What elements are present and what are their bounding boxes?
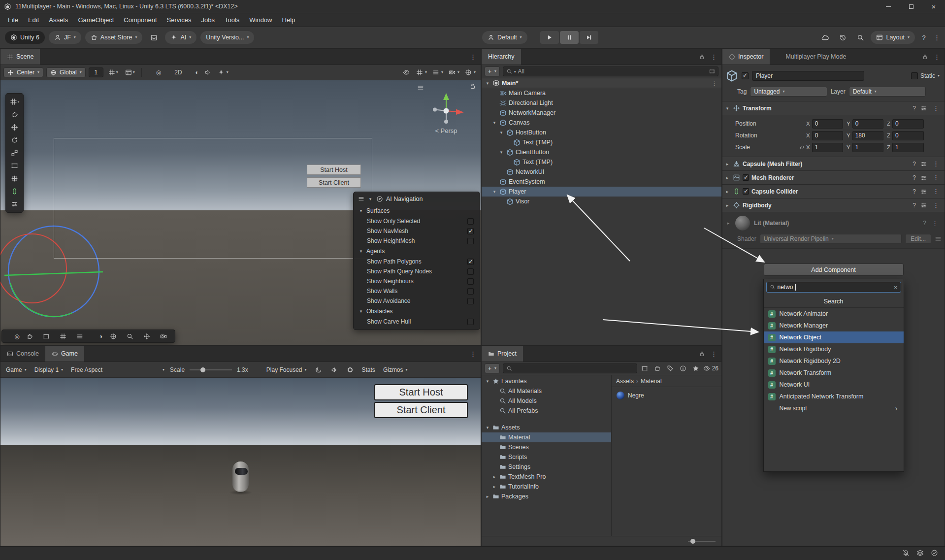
collab-layers-icon[interactable] — [916, 549, 924, 558]
material-preview-sphere[interactable] — [735, 216, 750, 231]
transform-component-header[interactable]: ▾ Transform ? ⋮ — [722, 101, 945, 115]
menu-item[interactable]: Assets — [44, 16, 73, 24]
checkbox[interactable] — [467, 319, 474, 325]
increment-snap-dropdown[interactable]: ▾ — [123, 67, 137, 78]
clear-search-icon[interactable]: × — [894, 284, 898, 291]
component-search-result[interactable]: Network Object — [764, 331, 904, 343]
ai-toggle-row[interactable]: Show Path Query Nodes — [354, 266, 480, 276]
help-icon[interactable]: ? — [912, 202, 916, 209]
favorites-filter-icon[interactable] — [691, 364, 700, 373]
transform-value-field[interactable]: 1 — [852, 143, 883, 152]
Multiplayer Play Mode[interactable]: Multiplayer Play Mode — [770, 49, 852, 65]
collapse-icon[interactable]: ▾ — [367, 197, 373, 201]
visibility-toggle[interactable]: 26 — [703, 365, 718, 372]
shading-icon[interactable]: ◑ — [89, 331, 104, 342]
step-button[interactable] — [580, 31, 598, 44]
help-icon[interactable]: ? — [912, 161, 916, 167]
perspective-label[interactable]: < Persp — [424, 127, 469, 134]
hierarchy-item[interactable]: ▾ Main* ⋮ — [482, 78, 721, 88]
ai-toggle-row[interactable]: Show Carve Hull — [354, 317, 480, 327]
zoom-icon[interactable] — [123, 331, 138, 342]
start-client-button-scene[interactable]: Start Client — [307, 177, 361, 188]
tools-dropdown-icon[interactable]: ▾ — [8, 96, 21, 107]
material-menu-icon[interactable]: ⋮ — [931, 220, 939, 227]
list-view-icon[interactable] — [72, 331, 88, 342]
lighting-icon[interactable]: ◐ ▾ — [186, 67, 201, 78]
display-dropdown[interactable]: Display 1▾ — [32, 366, 65, 373]
view-hand-tool-icon[interactable]: ▾ — [8, 109, 21, 120]
orientation-gizmo[interactable]: < Persp — [424, 92, 469, 134]
component-search-result[interactable]: Network Rigidbody — [764, 343, 904, 355]
start-host-button-scene[interactable]: Start Host — [307, 165, 361, 175]
foldout-icon[interactable]: ▸ — [724, 175, 730, 180]
scale-slider[interactable] — [190, 369, 232, 370]
camera-preview-icon[interactable]: ▾ — [447, 67, 461, 78]
help-button[interactable]: ? — [918, 34, 930, 41]
new-script-item[interactable]: New script › — [764, 402, 904, 414]
menu-item[interactable]: File — [3, 16, 23, 24]
slider-knob[interactable] — [690, 539, 695, 544]
tool-handle-position-dropdown[interactable]: Center▾ — [3, 67, 43, 77]
shader-menu-icon[interactable] — [935, 235, 942, 242]
lock-icon[interactable] — [922, 54, 928, 60]
favorites-item[interactable]: All Models — [482, 396, 611, 406]
hierarchy-item[interactable]: Directional Light ⋮ — [482, 98, 721, 108]
Capsule (Mesh Filter)[interactable]: ▸ Capsule (Mesh Filter) ? ⋮ — [722, 157, 945, 171]
cloud-button[interactable] — [817, 31, 832, 44]
folder-item[interactable]: Material — [482, 432, 611, 442]
version-control-dropdown[interactable]: Unity Versio...▾ — [200, 31, 254, 44]
game-panel-menu-icon[interactable]: ⋮ — [469, 350, 477, 358]
scene-viewport[interactable]: Start Host Start Client ▾ ▾ ▾ — [0, 80, 481, 345]
foldout-icon[interactable]: ▾ — [498, 150, 504, 155]
folder-item[interactable]: ▸ TutorialInfo — [482, 482, 611, 492]
game-viewport[interactable]: Start Host Start Client — [0, 378, 481, 546]
menu-item[interactable]: Tools — [220, 16, 244, 24]
search-filter-icon[interactable] — [709, 68, 715, 74]
orbit-icon[interactable]: ◎ — [5, 331, 21, 342]
checkbox[interactable] — [467, 259, 474, 265]
layer-dropdown[interactable]: Default▾ — [849, 87, 926, 97]
Capsule Collider[interactable]: ▸ Capsule Collider ? ⋮ — [722, 185, 945, 198]
project-menu-icon[interactable]: ⋮ — [710, 350, 718, 358]
hierarchy-search-input[interactable]: ▾ All — [503, 66, 718, 76]
component-search-result[interactable]: Network Manager — [764, 320, 904, 331]
menu-item[interactable]: Jobs — [196, 16, 219, 24]
component-menu-icon[interactable]: ⋮ — [932, 104, 940, 112]
ai-toggle-row[interactable]: Show Walls — [354, 286, 480, 296]
Inspector[interactable]: Inspector — [722, 49, 770, 65]
folder-item[interactable]: Scenes — [482, 442, 611, 452]
checkbox[interactable] — [467, 238, 474, 244]
Rigidbody[interactable]: ▸ Rigidbody ? ⋮ — [722, 198, 945, 212]
ai-toggle-row[interactable]: Show Only Selected — [354, 216, 480, 226]
game-view-dropdown[interactable]: Game▾ — [3, 366, 29, 373]
foldout-icon[interactable]: ▾ — [724, 106, 730, 111]
transform-value-field[interactable]: 0 — [812, 131, 843, 140]
ai-toggle-row[interactable]: Show Avoidance — [354, 296, 480, 306]
transform-value-field[interactable]: 1 — [892, 143, 924, 152]
foldout-icon[interactable]: ▾ — [485, 81, 490, 86]
menu-item[interactable]: Window — [244, 16, 277, 24]
hidden-count-icon[interactable] — [679, 364, 687, 373]
tab-scene[interactable]: Scene — [0, 49, 40, 65]
tool-handle-rotation-dropdown[interactable]: Global▾ — [46, 67, 86, 77]
minimize-button[interactable] — [877, 0, 900, 13]
component-search-result[interactable]: Anticipated Network Transform — [764, 391, 904, 402]
presets-icon[interactable] — [920, 202, 927, 209]
help-icon[interactable]: ? — [912, 174, 916, 181]
hierarchy-item[interactable]: EventSystem ⋮ — [482, 177, 721, 187]
foldout-icon[interactable]: ▸ — [724, 189, 730, 194]
component-menu-icon[interactable]: ⋮ — [932, 201, 940, 209]
favorites-item[interactable]: All Materials — [482, 386, 611, 396]
play-focused-dropdown[interactable]: Play Focused▾ — [264, 366, 309, 373]
toolbar-more-icon[interactable]: ⋮ — [933, 34, 941, 41]
gizmos-icon[interactable]: ▾ — [463, 67, 478, 78]
gameobject-name-field[interactable]: Player — [752, 71, 864, 81]
ai-toggle-row[interactable]: Show NavMesh — [354, 226, 480, 236]
hierarchy-item[interactable]: ▾ Player ⋮ — [482, 187, 721, 197]
menu-item[interactable]: Services — [162, 16, 196, 24]
foldout-icon[interactable]: ▸ — [725, 221, 731, 226]
help-icon[interactable]: ? — [912, 188, 916, 195]
create-asset-dropdown[interactable]: +▾ — [485, 363, 500, 373]
checkbox[interactable] — [467, 298, 474, 304]
foldout-icon[interactable]: ▸ — [724, 162, 730, 166]
